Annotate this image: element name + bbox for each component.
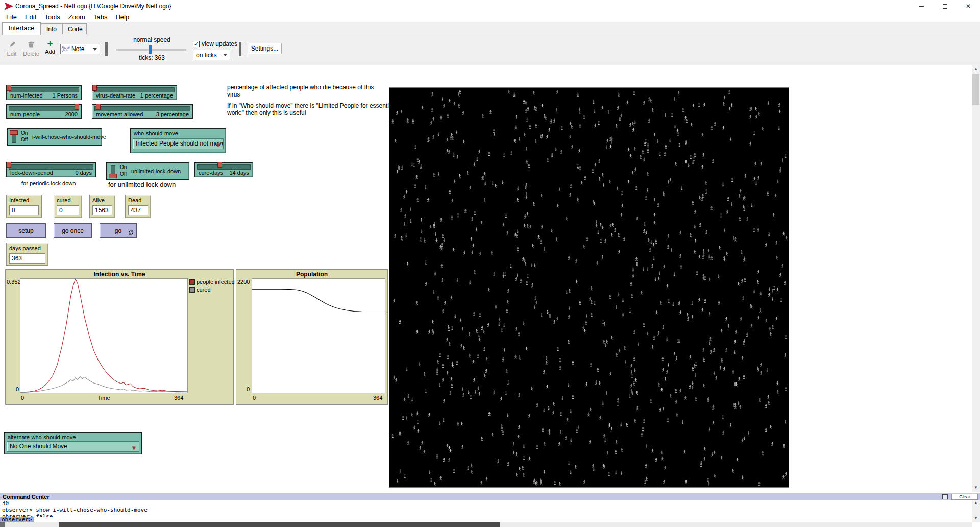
menu-help[interactable]: Help [111, 12, 133, 22]
scroll-up-icon[interactable]: ▲ [972, 65, 980, 74]
slider-label: lock-down-period [10, 170, 53, 176]
maximize-icon [943, 4, 947, 9]
output-line: observer> show i-will-chose-who-should-m… [2, 507, 972, 513]
scrollbar-corner [0, 522, 5, 527]
monitor-value: 437 [128, 205, 148, 215]
plot-infection-vs-time: Infection vs. Time 0.352 0 0 Time 364 pe… [5, 269, 234, 405]
scroll-down-icon[interactable]: ▼ [972, 484, 980, 492]
switch-label: i-will-chose-who-should-move [32, 129, 106, 145]
legend-swatch-infected [189, 279, 195, 285]
switch-off-label: Off [120, 171, 127, 177]
chooser-alternate-who-should-move[interactable]: alternate-who-should-move No One should … [4, 432, 142, 454]
command-vertical-scrollbar[interactable]: ▲ ▼ [972, 500, 980, 522]
switch-off-label: Off [21, 137, 28, 142]
slider-virus-death-rate[interactable]: virus-death-rate 1 percentage [92, 85, 177, 100]
chooser-value[interactable]: No One should Move ▼ [7, 441, 139, 452]
slider-lock-down-period[interactable]: lock-down-period 0 days [6, 162, 96, 177]
update-mode-select[interactable]: on ticks [193, 50, 230, 60]
switch-i-will-chose-who-should-move[interactable]: On Off i-will-chose-who-should-move [7, 128, 102, 146]
close-button[interactable]: ✕ [957, 0, 980, 12]
speed-slider-label: normal speed [117, 36, 186, 43]
view-updates-checkbox[interactable]: ✓ [193, 41, 200, 47]
tab-interface[interactable]: Interface [2, 22, 41, 35]
monitor-value: 1563 [92, 205, 112, 215]
menu-tabs[interactable]: Tabs [89, 12, 111, 22]
widget-type-value: Note [71, 45, 84, 53]
slider-handle[interactable] [217, 162, 222, 168]
monitor-label: cured [57, 197, 71, 203]
command-input[interactable] [34, 517, 972, 522]
scrollbar-thumb[interactable] [59, 522, 500, 527]
edit-tool-label: Edit [4, 51, 19, 57]
switch-handle[interactable] [10, 130, 18, 135]
tab-info[interactable]: Info [41, 23, 62, 34]
minimize-button[interactable] [910, 0, 933, 12]
chooser-who-should-move[interactable]: who-should-move Infected People should n… [130, 128, 226, 153]
monitor-days-passed: days passed 363 [6, 243, 48, 266]
slider-num-infected[interactable]: num-infected 1 Persons [6, 85, 82, 100]
forever-loop-icon [128, 230, 134, 235]
slider-handle[interactable] [7, 162, 11, 168]
menu-file[interactable]: File [2, 12, 21, 22]
go-forever-button[interactable]: go [100, 223, 137, 238]
netlogo-app-icon [4, 3, 13, 10]
scroll-up-icon[interactable]: ▲ [972, 499, 980, 507]
view-updates-label: view updates [202, 40, 237, 47]
slider-handle[interactable] [96, 104, 101, 110]
chooser-label: alternate-who-should-move [8, 434, 76, 440]
scrollbar-thumb[interactable] [972, 74, 979, 105]
switch-handle[interactable] [109, 174, 117, 178]
menu-zoom[interactable]: Zoom [64, 12, 89, 22]
slider-num-people[interactable]: num-people 2000 [6, 104, 82, 119]
tab-code[interactable]: Code [62, 23, 87, 34]
switch-label: unlimited-lock-down [131, 163, 181, 179]
setup-button[interactable]: setup [6, 223, 46, 238]
go-once-button[interactable]: go once [54, 223, 92, 238]
button-label: go [115, 227, 121, 234]
slider-cure-days[interactable]: cure-days 14 days [194, 162, 253, 177]
speed-slider-handle[interactable] [149, 45, 152, 54]
monitor-label: days passed [9, 245, 41, 251]
add-tool-label: Add [43, 49, 57, 55]
world-view[interactable] [389, 87, 789, 488]
toolbar-separator [239, 42, 241, 56]
trash-icon [28, 40, 35, 49]
settings-button[interactable]: Settings... [248, 43, 282, 54]
x-axis-max-label: 364 [373, 395, 382, 401]
slider-movement-allowed[interactable]: movement-allowed 3 percentage [92, 104, 193, 119]
popout-icon[interactable] [942, 494, 948, 499]
scroll-down-icon[interactable]: ▼ [972, 514, 980, 522]
interface-toolbar: Edit Delete + Add Abc defghi jkl Note no… [0, 34, 980, 65]
legend-swatch-cured [189, 287, 195, 293]
chooser-value-text: Infected People should not move [136, 140, 224, 147]
monitor-value: 363 [9, 253, 45, 264]
chooser-value[interactable]: Infected People should not move ▼ [133, 138, 224, 149]
pencil-icon [8, 40, 16, 49]
slider-handle[interactable] [92, 85, 97, 91]
add-tool-button[interactable]: + Add [43, 39, 57, 55]
plot-population: Population 2200 0 0 364 [236, 269, 388, 405]
monitor-label: Infected [9, 197, 29, 203]
slider-handle[interactable] [7, 85, 11, 91]
y-axis-min-label: 0 [247, 386, 250, 392]
note-periodic-lockdown: for periodic lock down [21, 180, 76, 187]
edit-tool-button[interactable]: Edit [4, 40, 19, 57]
delete-tool-label: Delete [21, 51, 41, 57]
maximize-button[interactable] [933, 0, 957, 12]
command-horizontal-scrollbar[interactable] [0, 522, 972, 527]
main-vertical-scrollbar[interactable]: ▲ ▼ [972, 65, 980, 492]
x-axis-min-label: 0 [253, 395, 256, 401]
menu-edit[interactable]: Edit [21, 12, 40, 22]
slider-track [9, 164, 93, 170]
delete-tool-button[interactable]: Delete [21, 40, 41, 57]
slider-handle[interactable] [75, 104, 79, 110]
chooser-value-text: No One should Move [10, 443, 67, 450]
menu-tools[interactable]: Tools [40, 12, 64, 22]
slider-track [197, 164, 251, 170]
y-axis-max-label: 2200 [237, 279, 250, 285]
dropdown-arrow-icon: ▼ [131, 443, 137, 452]
widget-type-select[interactable]: Abc defghi jkl Note [60, 44, 100, 54]
switch-unlimited-lock-down[interactable]: On Off unlimited-lock-down [106, 162, 189, 180]
dropdown-arrow-icon: ▼ [215, 140, 221, 149]
close-icon: ✕ [966, 3, 971, 10]
